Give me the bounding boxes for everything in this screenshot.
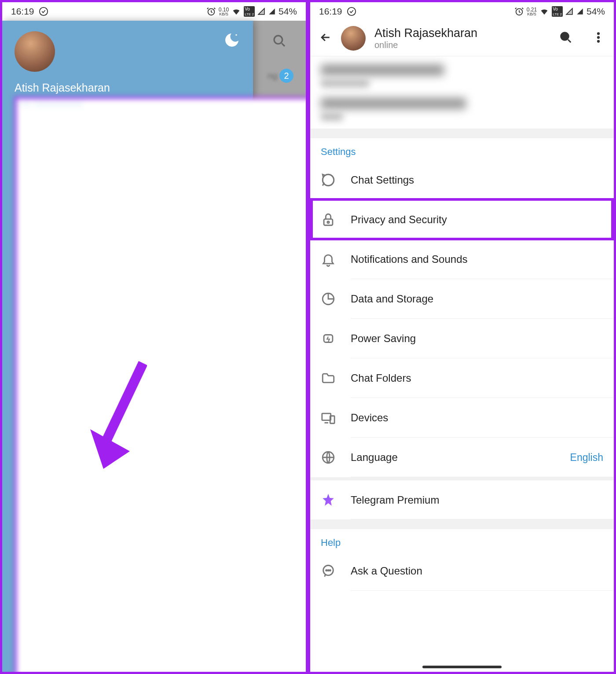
settings-header: Atish Rajasekharan online <box>310 21 614 56</box>
user-avatar[interactable] <box>15 31 55 72</box>
bell-icon <box>321 252 336 267</box>
status-time: 16:19 <box>11 6 34 17</box>
data-speed: 0.10KB/S <box>219 7 229 16</box>
lte-badge: VoLTE 2 <box>552 6 563 17</box>
settings-data-storage[interactable]: Data and Storage <box>310 279 614 319</box>
folder-icon <box>321 371 336 386</box>
settings-telegram-premium[interactable]: Telegram Premium <box>310 480 614 519</box>
svg-point-16 <box>598 40 600 42</box>
row-label: Ask a Question <box>351 565 422 577</box>
section-gap <box>310 519 614 529</box>
settings-devices[interactable]: Devices <box>310 398 614 438</box>
search-icon <box>559 31 572 44</box>
wifi-icon <box>539 7 549 16</box>
night-mode-toggle[interactable] <box>223 31 241 51</box>
settings-ask-question[interactable]: Ask a Question <box>310 551 614 591</box>
svg-point-2 <box>274 36 282 44</box>
star-icon <box>321 493 336 508</box>
help-section-title: Help <box>310 529 614 551</box>
row-label: Telegram Premium <box>351 494 439 506</box>
more-button[interactable] <box>592 31 605 46</box>
svg-point-15 <box>598 37 600 39</box>
drawer-header: Atish Rajasekharan +91 0000000000 <box>2 21 253 674</box>
lte-badge: VoLTE 2 <box>244 6 255 17</box>
username-label-blurred <box>321 79 369 87</box>
nav-handle[interactable] <box>422 666 502 668</box>
checkmark-circle-icon <box>39 7 48 16</box>
row-label: Language <box>351 451 398 464</box>
wifi-icon <box>231 7 241 16</box>
alarm-icon <box>514 7 524 16</box>
alarm-icon <box>206 7 216 16</box>
battery-percent: 54% <box>587 6 605 17</box>
svg-point-0 <box>39 7 47 15</box>
svg-point-3 <box>235 34 237 36</box>
svg-point-26 <box>326 570 327 571</box>
username-blurred <box>321 64 444 76</box>
row-label: Notifications and Sounds <box>351 253 468 265</box>
settings-section-title: Settings <box>310 138 614 160</box>
settings-chat-settings[interactable]: Chat Settings <box>310 160 614 200</box>
svg-point-14 <box>598 33 600 35</box>
svg-point-27 <box>328 570 329 571</box>
svg-point-17 <box>323 174 334 186</box>
settings-power-saving[interactable]: Power Saving <box>310 319 614 358</box>
settings-notifications[interactable]: Notifications and Sounds <box>310 239 614 279</box>
navigation-drawer: Atish Rajasekharan +91 0000000000 ✓ Atis… <box>2 21 253 672</box>
search-icon <box>272 34 286 48</box>
settings-language[interactable]: Language English <box>310 438 614 477</box>
bio-blurred <box>321 98 466 109</box>
svg-rect-22 <box>322 413 331 420</box>
status-bar: 16:19 0.21KB/S VoLTE 2 54% <box>310 2 614 21</box>
status-time: 16:19 <box>319 6 342 17</box>
row-label: Privacy and Security <box>351 214 447 226</box>
back-button[interactable] <box>319 31 332 46</box>
globe-icon <box>321 450 336 465</box>
signal-icon-2 <box>576 7 584 15</box>
svg-point-13 <box>561 33 569 41</box>
left-screenshot: 16:19 0.10KB/S VoLTE 2 54% ng 2 30 Jul 2… <box>0 0 308 674</box>
profile-avatar[interactable] <box>341 26 366 51</box>
settings-chat-folders[interactable]: Chat Folders <box>310 358 614 398</box>
bolt-icon <box>321 331 336 346</box>
search-button[interactable] <box>253 34 306 60</box>
row-label: Power Saving <box>351 332 416 345</box>
pie-icon <box>321 291 336 306</box>
devices-icon <box>321 410 336 425</box>
profile-name: Atish Rajasekharan <box>374 26 550 40</box>
signal-icon <box>257 7 265 15</box>
profile-info-section <box>310 56 614 129</box>
row-value: English <box>570 452 603 464</box>
svg-point-28 <box>330 570 330 571</box>
row-label: Chat Folders <box>351 372 411 384</box>
row-label: Data and Storage <box>351 293 433 305</box>
status-bar: 16:19 0.10KB/S VoLTE 2 54% <box>2 2 306 21</box>
row-label: Devices <box>351 412 388 424</box>
settings-privacy-security[interactable]: Privacy and Security <box>310 200 614 239</box>
data-speed: 0.21KB/S <box>527 7 537 16</box>
lock-icon <box>321 212 336 227</box>
right-screenshot: 16:19 0.21KB/S VoLTE 2 54% Atish Rajasek… <box>308 0 616 674</box>
svg-point-11 <box>347 7 355 15</box>
drawer-user-phone: +91 0000000000 <box>15 97 308 674</box>
moon-icon <box>223 31 241 49</box>
checkmark-circle-icon <box>347 7 356 16</box>
arrow-left-icon <box>319 31 332 44</box>
more-vertical-icon <box>592 31 605 44</box>
signal-icon <box>565 7 573 15</box>
question-chat-icon <box>321 564 336 578</box>
svg-point-19 <box>327 221 329 223</box>
drawer-user-name: Atish Rajasekharan <box>15 81 308 94</box>
bio-label-blurred <box>321 113 343 121</box>
search-button[interactable] <box>559 31 572 46</box>
annotation-arrow <box>86 359 156 486</box>
chat-icon <box>321 173 336 188</box>
battery-percent: 54% <box>279 6 297 17</box>
profile-status: online <box>374 40 550 50</box>
row-label: Chat Settings <box>351 174 414 186</box>
section-gap <box>310 129 614 138</box>
svg-rect-18 <box>324 219 333 225</box>
signal-icon-2 <box>268 7 276 15</box>
